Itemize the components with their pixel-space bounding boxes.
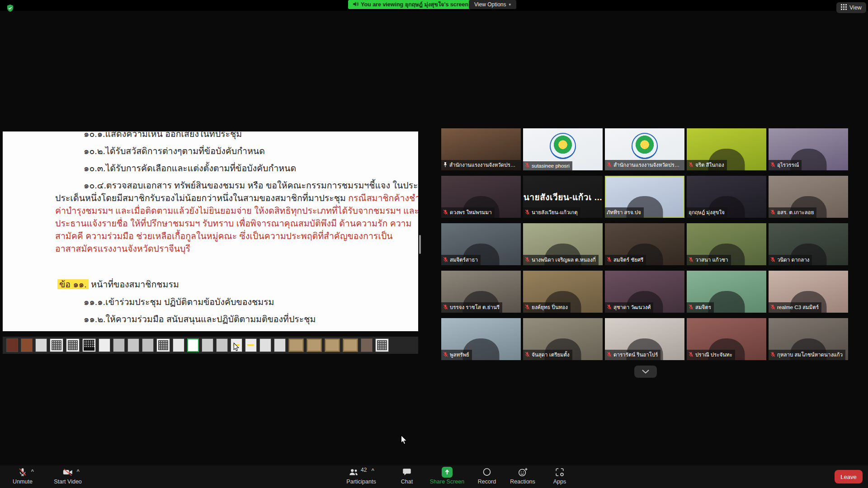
participant-tile[interactable]: อสร. ต.เกาะลอย <box>769 176 848 218</box>
thumbnail <box>35 338 47 352</box>
participant-tile[interactable]: อุกฤษฎ์ มุ่งสุขใจ <box>687 176 766 218</box>
participant-tile[interactable]: พูลทรัพย์ <box>441 318 521 360</box>
thumbnail <box>375 338 389 352</box>
mic-muted-icon <box>525 304 530 311</box>
chat-icon <box>402 467 412 478</box>
participants-icon <box>348 467 359 477</box>
participant-tile[interactable]: วนิดา ดากลาง <box>769 223 848 265</box>
view-button[interactable]: View <box>836 2 866 13</box>
participant-name: จันสุดา เตรียมตั้ง <box>532 351 570 359</box>
thumbnail <box>156 338 170 352</box>
participant-name: ภัททิรา สรจ.ปจ <box>607 208 641 216</box>
chevron-down-icon: ▾ <box>509 2 511 7</box>
share-screen-button[interactable]: Share Screen <box>428 467 467 485</box>
mic-muted-icon <box>689 304 693 311</box>
participant-name-label: sutasinee phosri <box>523 161 572 170</box>
mic-muted-icon <box>770 352 775 358</box>
participant-tile[interactable]: ภัททิรา สรจ.ปจ <box>605 176 684 218</box>
leave-button[interactable]: Leave <box>835 470 863 483</box>
grid-scroll-down-button[interactable] <box>634 366 657 378</box>
participant-tile[interactable]: sutasinee phosri <box>523 128 603 170</box>
doc-line: สามัคคี ความร่วมมือ ช่วยเหลือเกื้อกูลในห… <box>55 230 418 242</box>
doc-line: ๑๑.๒.ให้ความร่วมมือ สนับสนุนและปฏิบัติตา… <box>84 313 418 325</box>
participant-name: สำนักงานแรงงานจังหวัดปราจี... <box>613 161 682 169</box>
security-shield-icon[interactable] <box>6 4 14 14</box>
thumbnail <box>82 338 96 352</box>
participant-name-label: ดวงพร ใหม่พรมมา <box>441 207 495 218</box>
unmute-label: Unmute <box>13 479 33 485</box>
participant-name: ดวงพร ใหม่พรมมา <box>450 208 492 216</box>
participant-tile[interactable]: วาสนา แก้วชา <box>687 223 766 265</box>
participant-tile[interactable]: กุหลาบ สมโภชน์หาดนางแก้ว <box>769 318 848 360</box>
doc-text: ๑๑.๑.เข้าร่วมประชุม ปฏิบัติตามข้อบังคับข… <box>84 297 274 307</box>
start-video-button[interactable]: ^ Start Video <box>45 467 90 485</box>
mic-muted-icon <box>443 209 448 216</box>
participant-tile[interactable]: อุไรวรรณ์ <box>769 128 848 170</box>
reactions-button[interactable]: Reactions <box>505 467 541 485</box>
participant-name-label: สมจิตร์ ชัยศรี <box>605 255 646 265</box>
participant-tile[interactable]: สำนักงานแรงงานจังหวัดปราจี... <box>441 128 521 170</box>
participant-tile[interactable]: สมจิตร์ ชัยศรี <box>605 223 684 265</box>
apps-label: Apps <box>553 479 566 485</box>
mic-muted-icon <box>770 162 775 169</box>
participant-tile[interactable]: สำนักงานแรงงานจังหวัดปราจี... <box>605 128 684 170</box>
share-screen-label: Share Screen <box>430 479 464 485</box>
share-screen-icon <box>442 467 453 478</box>
thumbnail <box>142 338 154 352</box>
record-label: Record <box>478 479 496 485</box>
thumbnail <box>343 338 358 352</box>
mic-muted-icon <box>770 304 775 311</box>
participant-tile[interactable]: สมจิตร์สาธา <box>441 223 521 265</box>
apps-button[interactable]: Apps <box>548 467 571 485</box>
participant-tile[interactable]: นางพนิดา เจริญผล ต.หนองกี่ <box>523 223 603 265</box>
thumbnail <box>99 338 110 352</box>
participant-name: นายสังเวียน-แก้วเกตุ <box>532 208 578 216</box>
participant-tile[interactable]: จันสุดา เตรียมตั้ง <box>523 318 603 360</box>
thumbnail <box>216 338 228 352</box>
participant-name-label: สำนักงานแรงงานจังหวัดปราจี... <box>605 160 684 170</box>
doc-line: ข้อ ๑๑. หน้าที่ของสมาชิกชมรม <box>57 278 418 291</box>
participant-tile[interactable]: จริต สีในกอง <box>687 128 766 170</box>
participants-button[interactable]: 42 ^ Participants <box>336 467 386 485</box>
participant-grid: สำนักงานแรงงานจังหวัดปราจี...sutasinee p… <box>441 128 849 360</box>
thumbnail <box>127 338 139 352</box>
mic-muted-icon <box>525 209 530 216</box>
view-button-label: View <box>849 5 862 11</box>
participant-name: ปราณี ประจันทะ <box>695 351 732 359</box>
doc-line: ประเด็นหนึ่งโดยมีสมาชิกรับรองไม่น้อยกว่า… <box>55 192 418 204</box>
video-options-chevron[interactable]: ^ <box>77 469 80 474</box>
participant-tile[interactable]: บรรจง ราชโส ต.ย่านรี <box>441 271 521 313</box>
doc-line: ค่าบำรุงชมรมฯ และเมื่อติดตามแล้วยังไม่ยิ… <box>55 204 418 217</box>
participant-tile[interactable]: ดารารัตน์ รินอาโปร์ <box>605 318 684 360</box>
mic-muted-icon <box>689 352 693 358</box>
mic-muted-icon <box>525 257 530 263</box>
view-options-button[interactable]: View Options ▾ <box>469 0 516 9</box>
participant-name: สมจิตร์สาธา <box>450 256 478 264</box>
participant-tile[interactable]: ดวงพร ใหม่พรมมา <box>441 176 521 218</box>
thumbnail <box>6 338 18 352</box>
participant-name: พูลทรัพย์ <box>450 351 469 359</box>
document-scrollbar-thumb <box>419 235 421 254</box>
participant-tile[interactable]: นายสังเวียน-แก้วเ ...นายสังเวียน-แก้วเกต… <box>523 176 603 218</box>
participant-name: ดารารัตน์ รินอาโปร์ <box>613 351 658 359</box>
unmute-button[interactable]: ^ Unmute <box>5 467 41 485</box>
thumbnail <box>361 338 373 352</box>
participant-tile[interactable]: ยงค์ยุทธ ปิ่นทอง <box>523 271 603 313</box>
participant-name: สำนักงานแรงงานจังหวัดปราจี... <box>449 161 518 169</box>
participant-tile[interactable]: สมจิตร <box>687 271 766 313</box>
participant-name-label: จันสุดา เตรียมตั้ง <box>523 350 572 360</box>
participant-name-label: วาสนา แก้วชา <box>687 255 731 265</box>
participant-name-label: นายสังเวียน-แก้วเกตุ <box>523 207 580 218</box>
record-button[interactable]: Record <box>474 467 500 485</box>
doc-line: ๑๐.๒.ได้รับสวัสดิการต่างๆตามที่ข้อบังคับ… <box>84 145 418 157</box>
participants-chevron[interactable]: ^ <box>371 468 374 473</box>
participant-tile[interactable]: ปราณี ประจันทะ <box>687 318 766 360</box>
top-bar: You are viewing อุกฤษฎ์ มุ่งสุขใจ's scre… <box>0 0 868 11</box>
mic-muted-icon <box>443 304 448 311</box>
participant-tile[interactable]: สุชาดา วัฒนวงศ์ <box>605 271 684 313</box>
chat-button[interactable]: Chat <box>395 467 419 485</box>
participant-tile[interactable]: realme C3 สมมิตร์ <box>769 271 848 313</box>
mic-options-chevron[interactable]: ^ <box>31 469 34 474</box>
mouse-cursor <box>401 435 407 445</box>
participant-name-label: ปราณี ประจันทะ <box>687 350 735 360</box>
